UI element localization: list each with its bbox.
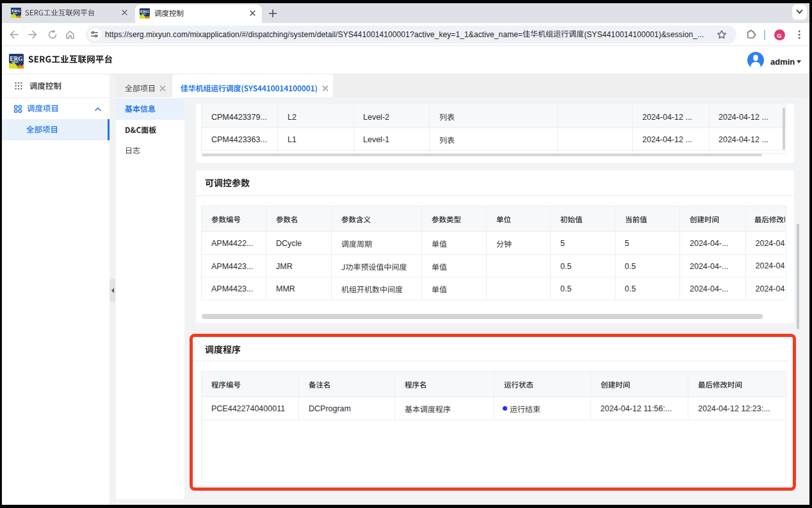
svg-text:ERG: ERG <box>12 8 20 13</box>
svg-text:ERG: ERG <box>10 56 23 62</box>
svg-text:ERG: ERG <box>140 9 149 13</box>
